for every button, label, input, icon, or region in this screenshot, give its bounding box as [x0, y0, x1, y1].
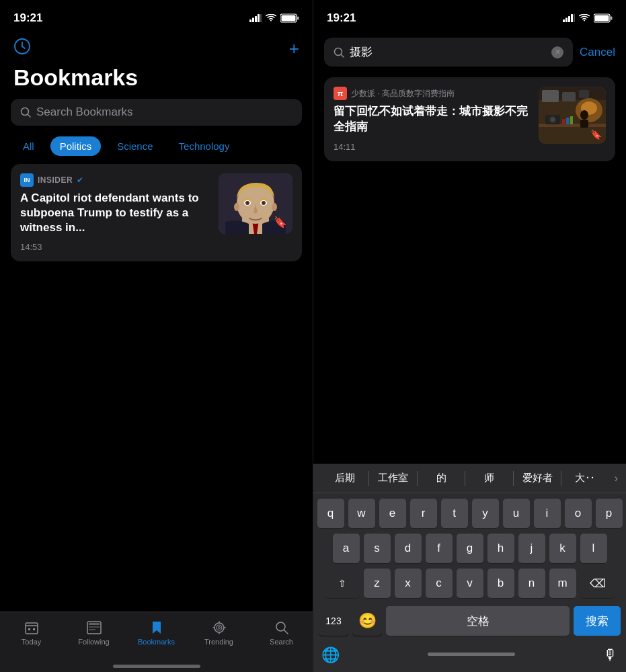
add-icon[interactable]: +	[289, 38, 299, 59]
svg-rect-43	[611, 17, 613, 20]
suggestion-2[interactable]: 的	[418, 470, 465, 486]
key-p[interactable]: p	[596, 499, 623, 528]
news-time: 14:53	[20, 242, 212, 252]
today-icon	[24, 620, 39, 635]
news-source: IN INSIDER ✔	[20, 173, 212, 187]
key-shift[interactable]: ⇧	[325, 569, 360, 598]
key-row-1: q w e r t y u i o p	[316, 499, 623, 528]
key-t[interactable]: t	[441, 499, 468, 528]
suggestion-4[interactable]: 爱好者	[514, 470, 561, 486]
key-h[interactable]: h	[487, 534, 514, 563]
svg-point-28	[214, 623, 224, 632]
filter-all[interactable]: All	[13, 136, 44, 156]
key-x[interactable]: x	[395, 569, 422, 598]
right-source: π 少数派 · 高品质数字消费指南	[334, 87, 531, 100]
key-v[interactable]: v	[457, 569, 483, 598]
key-i[interactable]: i	[534, 499, 561, 528]
suggestion-0[interactable]: 后期	[321, 470, 368, 486]
key-s[interactable]: s	[364, 534, 391, 563]
right-news-content: π 少数派 · 高品质数字消费指南 留下回忆不如试着带走：城市摄影不完全指南 1…	[334, 87, 531, 152]
key-k[interactable]: k	[549, 534, 576, 563]
keyboard-bottom-row: 🌐 🎙	[313, 644, 626, 672]
key-r[interactable]: r	[410, 499, 437, 528]
key-j[interactable]: j	[518, 534, 545, 563]
svg-rect-56	[566, 118, 570, 124]
history-icon[interactable]	[13, 38, 31, 59]
key-d[interactable]: d	[395, 534, 422, 563]
svg-rect-7	[282, 15, 296, 22]
svg-rect-40	[571, 14, 573, 22]
key-e[interactable]: e	[379, 499, 406, 528]
chevron-icon[interactable]: ›	[615, 472, 618, 485]
svg-rect-1	[252, 18, 254, 23]
bookmarks-nav-icon	[149, 620, 164, 635]
right-news-image: 🔖	[539, 87, 606, 144]
key-f[interactable]: f	[426, 534, 453, 563]
svg-rect-27	[89, 629, 95, 630]
search-placeholder: Search Bookmarks	[36, 106, 133, 119]
svg-point-19	[272, 203, 277, 211]
filter-tabs: All Politics Science Technology	[0, 134, 313, 164]
news-card[interactable]: IN INSIDER ✔ A Capitol riot defendant wa…	[11, 164, 302, 261]
filter-technology[interactable]: Technology	[169, 136, 239, 156]
key-m[interactable]: m	[549, 569, 576, 598]
svg-point-17	[262, 201, 266, 205]
globe-icon[interactable]: 🌐	[321, 646, 340, 664]
bookmark-icon-right: 🔖	[590, 129, 602, 140]
filter-science[interactable]: Science	[108, 136, 162, 156]
svg-rect-4	[260, 14, 262, 22]
suggestion-3[interactable]: 师	[465, 470, 512, 486]
bottom-nav: Today Following Bookmarks	[0, 612, 313, 672]
news-card-inner: IN INSIDER ✔ A Capitol riot defendant wa…	[11, 164, 302, 261]
nav-following-label: Following	[78, 638, 109, 646]
news-image: 🔖	[219, 173, 292, 234]
key-q[interactable]: q	[317, 499, 344, 528]
key-z[interactable]: z	[364, 569, 391, 598]
key-u[interactable]: u	[503, 499, 530, 528]
right-search-input[interactable]: 摄影 ✕	[324, 38, 573, 67]
nav-bookmarks[interactable]: Bookmarks	[125, 620, 188, 646]
suggestion-1[interactable]: 工作室	[369, 470, 416, 486]
key-w[interactable]: w	[348, 499, 375, 528]
nav-trending-label: Trending	[204, 638, 233, 646]
svg-rect-2	[255, 16, 257, 22]
key-emoji[interactable]: 😊	[352, 606, 382, 636]
right-source-name: 少数派 · 高品质数字消费指南	[351, 88, 455, 99]
cancel-button[interactable]: Cancel	[580, 46, 615, 59]
key-l[interactable]: l	[580, 534, 607, 563]
mic-icon[interactable]: 🎙	[603, 646, 618, 664]
search-icon	[20, 107, 31, 118]
key-123[interactable]: 123	[319, 606, 348, 636]
svg-rect-37	[563, 19, 565, 22]
right-panel: 19:21	[313, 0, 626, 672]
key-space[interactable]: 空格	[386, 606, 570, 636]
nav-today[interactable]: Today	[0, 620, 63, 646]
key-o[interactable]: o	[565, 499, 592, 528]
search-bar[interactable]: Search Bookmarks	[11, 99, 302, 126]
filter-politics[interactable]: Politics	[50, 136, 102, 156]
nav-following[interactable]: Following	[63, 620, 125, 646]
source-logo: IN	[20, 173, 34, 187]
suggestion-5[interactable]: 大‥	[561, 470, 609, 486]
svg-line-46	[341, 54, 344, 57]
key-y[interactable]: y	[472, 499, 499, 528]
svg-rect-60	[579, 90, 589, 98]
suggestions-row: 后期 工作室 的 师 爱好者 大‥ ›	[313, 464, 626, 493]
svg-rect-58	[542, 90, 559, 102]
key-g[interactable]: g	[457, 534, 483, 563]
key-b[interactable]: b	[487, 569, 514, 598]
nav-search[interactable]: Search	[250, 620, 313, 646]
nav-trending[interactable]: Trending	[188, 620, 250, 646]
wifi-icon-right	[579, 14, 590, 22]
key-search-btn[interactable]: 搜索	[574, 606, 621, 636]
svg-rect-57	[570, 116, 573, 124]
key-a[interactable]: a	[333, 534, 360, 563]
key-c[interactable]: c	[426, 569, 453, 598]
left-header: +	[0, 32, 313, 62]
right-news-card[interactable]: π 少数派 · 高品质数字消费指南 留下回忆不如试着带走：城市摄影不完全指南 1…	[324, 77, 615, 161]
svg-rect-25	[89, 623, 100, 625]
key-backspace[interactable]: ⌫	[580, 569, 615, 598]
svg-point-16	[245, 201, 249, 205]
key-n[interactable]: n	[518, 569, 545, 598]
clear-search-button[interactable]: ✕	[551, 46, 563, 58]
